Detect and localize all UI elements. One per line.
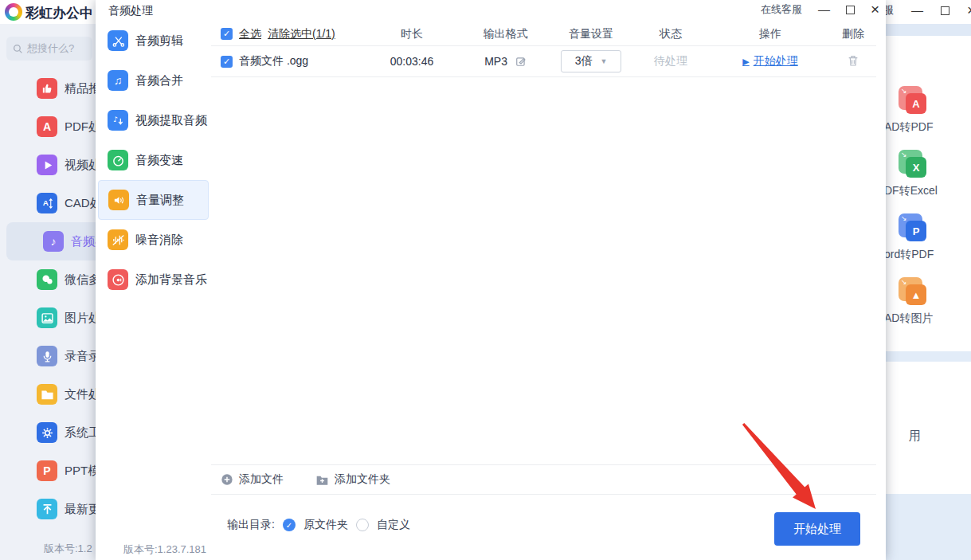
radio-custom-label: 自定义 bbox=[377, 518, 410, 532]
svg-text:A: A bbox=[42, 198, 48, 207]
thumbs-up-icon bbox=[37, 78, 57, 99]
dialog-menu-item-label: 添加背景音乐 bbox=[135, 272, 207, 288]
dialog-menu-item-label: 音频剪辑 bbox=[135, 33, 183, 49]
chevron-down-icon: ▼ bbox=[600, 57, 607, 65]
dialog-maximize-button[interactable] bbox=[846, 6, 855, 14]
search-placeholder: 想搜什么? bbox=[27, 41, 74, 56]
header-format: 输出格式 bbox=[460, 27, 551, 41]
dialog-title: 音频处理 bbox=[108, 4, 153, 18]
main-window-controls: 服 — × bbox=[883, 3, 971, 18]
volume-value: 3倍 bbox=[575, 54, 593, 69]
dialog-menu-item-4[interactable]: 音量调整 bbox=[98, 180, 209, 220]
pdf-icon: A bbox=[37, 116, 57, 137]
volume-icon bbox=[108, 190, 129, 210]
bg-music-icon bbox=[108, 269, 128, 290]
output-directory-row: 输出目录: ✓ 原文件夹 自定义 bbox=[227, 518, 410, 532]
row-start-process-label: 开始处理 bbox=[754, 54, 798, 69]
search-input[interactable]: 想搜什么? bbox=[6, 37, 92, 61]
app-logo-icon bbox=[5, 3, 22, 21]
add-file-button[interactable]: 添加文件 bbox=[221, 472, 284, 487]
dialog-minimize-button[interactable]: — bbox=[818, 2, 830, 17]
header-volume: 音量设置 bbox=[551, 27, 631, 41]
convert-icon: A bbox=[906, 93, 926, 114]
convert-shortcut-label: ord转PDF bbox=[884, 248, 971, 262]
dialog-menu-item-1[interactable]: ♫音频合并 bbox=[96, 61, 211, 100]
audio-merge-icon: ♫ bbox=[108, 70, 128, 91]
play-icon bbox=[37, 155, 57, 175]
folder-icon bbox=[37, 384, 57, 405]
right-panel-divider-strip bbox=[881, 351, 971, 362]
audio-speed-icon bbox=[108, 150, 128, 170]
add-files-toolbar: 添加文件 添加文件夹 bbox=[211, 465, 876, 495]
noise-icon bbox=[108, 229, 128, 250]
radio-original-folder-label: 原文件夹 bbox=[303, 518, 348, 532]
start-process-button[interactable]: 开始处理 bbox=[774, 512, 860, 546]
edit-format-icon[interactable] bbox=[515, 56, 527, 67]
header-delete: 删除 bbox=[830, 27, 876, 41]
add-folder-button[interactable]: 添加文件夹 bbox=[315, 472, 390, 487]
main-sidebar: 想搜什么? 精品推荐APDF处理视频处理ACAD处理♪音频处理微信多开图片处理录… bbox=[0, 24, 100, 560]
dialog-menu-item-label: 音频变速 bbox=[135, 153, 183, 168]
main-minimize-button[interactable]: — bbox=[911, 3, 923, 18]
dialog-menu-item-3[interactable]: 音频变速 bbox=[96, 140, 211, 180]
table-header-row: ✓ 全选 清除选中(1/1) 时长 输出格式 音量设置 状态 操作 删除 bbox=[211, 22, 876, 46]
dialog-menu-item-2[interactable]: ♪视频提取音频 bbox=[96, 100, 211, 140]
image-icon bbox=[37, 307, 57, 328]
dialog-menu-item-5[interactable]: 噪音消除 bbox=[96, 220, 211, 260]
header-status: 状态 bbox=[631, 27, 711, 41]
header-action: 操作 bbox=[711, 27, 830, 41]
mic-icon bbox=[37, 346, 57, 366]
app-title: 彩虹办公中 bbox=[25, 4, 93, 22]
row-checkbox[interactable]: ✓ bbox=[221, 56, 233, 68]
play-icon: ▶ bbox=[742, 57, 749, 67]
convert-shortcut-label: AD转PDF bbox=[884, 120, 971, 135]
file-name: 音频文件 .ogg bbox=[239, 54, 308, 69]
dialog-menu-item-6[interactable]: 添加背景音乐 bbox=[96, 260, 211, 300]
radio-custom[interactable] bbox=[356, 519, 369, 531]
status-badge: 待处理 bbox=[654, 54, 687, 67]
audio-extract-icon: ♪ bbox=[108, 110, 128, 131]
convert-shortcut-label: AD转图片 bbox=[884, 311, 971, 326]
online-service-link[interactable]: 在线客服 bbox=[761, 2, 802, 17]
convert-icon: P bbox=[906, 221, 926, 241]
search-icon bbox=[13, 44, 23, 54]
header-duration: 时长 bbox=[364, 27, 460, 41]
right-panel-partial-label: 用 bbox=[909, 429, 921, 444]
gear-icon bbox=[37, 422, 57, 443]
file-format: MP3 bbox=[484, 55, 507, 68]
svg-text:♪: ♪ bbox=[113, 114, 118, 123]
main-banner-strip bbox=[881, 24, 971, 36]
row-start-process-link[interactable]: ▶ 开始处理 bbox=[742, 54, 797, 69]
convert-icon: X bbox=[906, 157, 926, 178]
select-all-checkbox[interactable]: ✓ bbox=[221, 28, 233, 40]
audio-processing-dialog: 音频处理 在线客服 — × 音频剪辑♫音频合并♪视频提取音频音频变速音量调整噪音… bbox=[96, 0, 886, 560]
plus-circle-icon bbox=[221, 473, 233, 486]
select-all-label[interactable]: 全选 bbox=[239, 27, 261, 41]
file-format-cell: MP3 bbox=[460, 55, 551, 68]
main-close-button[interactable]: × bbox=[967, 3, 971, 18]
dialog-menu-item-label: 视频提取音频 bbox=[135, 113, 207, 128]
output-directory-label: 输出目录: bbox=[227, 518, 275, 532]
dialog-version-text: 版本号:1.23.7.181 bbox=[123, 542, 206, 557]
dialog-menu-item-label: 音频合并 bbox=[135, 73, 183, 88]
convert-icon: ▲ bbox=[906, 284, 926, 305]
dialog-close-button[interactable]: × bbox=[871, 2, 879, 17]
music-note-icon: ♪ bbox=[43, 231, 64, 252]
radio-original-folder[interactable]: ✓ bbox=[283, 519, 296, 531]
main-maximize-button[interactable] bbox=[941, 6, 949, 15]
convert-shortcut-label: DF转Excel bbox=[884, 184, 971, 198]
dialog-menu-item-label: 音量调整 bbox=[136, 193, 184, 208]
clear-selected-link[interactable]: 清除选中(1/1) bbox=[268, 27, 335, 41]
right-panel-bottom-strip bbox=[881, 494, 971, 560]
cad-icon: A bbox=[37, 193, 57, 213]
update-icon bbox=[37, 499, 57, 519]
file-duration: 00:03:46 bbox=[364, 55, 460, 68]
add-folder-label: 添加文件夹 bbox=[335, 472, 390, 487]
volume-select[interactable]: 3倍 ▼ bbox=[561, 50, 621, 72]
right-tools-panel: ↘AAD转PDF↘XDF转Excel↘Pord转PDF↘▲AD转图片 用 bbox=[881, 36, 971, 560]
main-version-text: 版本号:1.2 bbox=[44, 542, 92, 556]
trash-icon[interactable] bbox=[847, 54, 859, 67]
dialog-menu-item-0[interactable]: 音频剪辑 bbox=[96, 21, 211, 61]
dialog-menu-item-label: 噪音消除 bbox=[135, 233, 183, 248]
folder-plus-icon bbox=[315, 474, 329, 486]
